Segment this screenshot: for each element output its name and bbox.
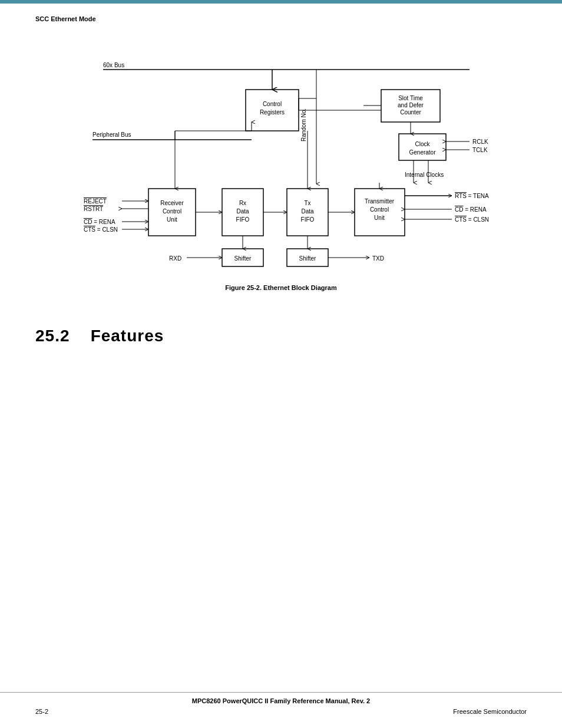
clock-gen-label1: Clock [415,141,430,147]
section-header: SCC Ethernet Mode [35,15,527,22]
rts-tena-label: RTS = TENA [455,193,489,199]
footer-right: Freescale Semiconductor [453,708,527,715]
section-title: 25.2 Features [35,327,164,345]
random-no-label: Random No. [300,108,307,141]
rclk-label: RCLK [472,139,488,145]
shifter-left-label: Shifter [234,255,252,262]
rx-fifo-label2: Data [236,208,249,215]
slot-time-label3: Counter [400,109,421,116]
rxd-label: RXD [169,255,181,262]
tclk-label: TCLK [472,147,488,153]
control-registers-label2: Registers [260,109,285,116]
rx-fifo-label3: FIFO [236,216,250,223]
cd-rena-right-label: CD = RENA [455,206,487,213]
cts-clsn-right-label: CTS = CLSN [455,216,489,223]
figure-caption: Figure 25-2. Ethernet Block Diagram [35,284,527,291]
bottom-divider [0,692,562,693]
reject-label: REJECT [84,198,107,205]
slot-time-label2: and Defer [398,102,424,108]
receiver-cu-label2: Control [163,208,181,215]
clock-gen-label2: Generator [409,149,436,156]
ethernet-block-diagram: 60x Bus Peripheral Bus Control Registers… [39,31,523,278]
cd-rena-left-label: CD = RENA [84,219,115,225]
receiver-cu-label1: Receiver [160,200,184,206]
transmitter-cu-label2: Control [370,206,389,213]
tx-fifo-label3: FIFO [301,216,315,223]
rx-fifo-label1: Rx [239,200,246,206]
tx-fifo-label1: Tx [304,200,310,206]
txd-label: TXD [372,255,384,262]
transmitter-cu-label3: Unit [374,215,385,221]
rstrt-label: RSTRT [84,206,103,212]
slot-time-label: Slot Time [398,95,423,101]
tx-fifo-label2: Data [301,208,314,215]
receiver-cu-label3: Unit [167,216,177,223]
footer-center: MPC8260 PowerQUICC II Family Reference M… [0,697,562,704]
footer-left: 25-2 [35,708,48,715]
bus-60x-label: 60x Bus [103,62,124,68]
internal-clocks-label: Internal Clocks [405,172,444,178]
control-registers-label: Control [263,101,282,107]
shifter-right-label: Shifter [299,255,317,262]
peripheral-bus-label: Peripheral Bus [92,131,131,138]
transmitter-cu-label1: Transmitter [365,198,395,205]
section-25-2: 25.2 Features [35,327,527,345]
cts-clsn-left-label: CTS = CLSN [84,226,118,233]
